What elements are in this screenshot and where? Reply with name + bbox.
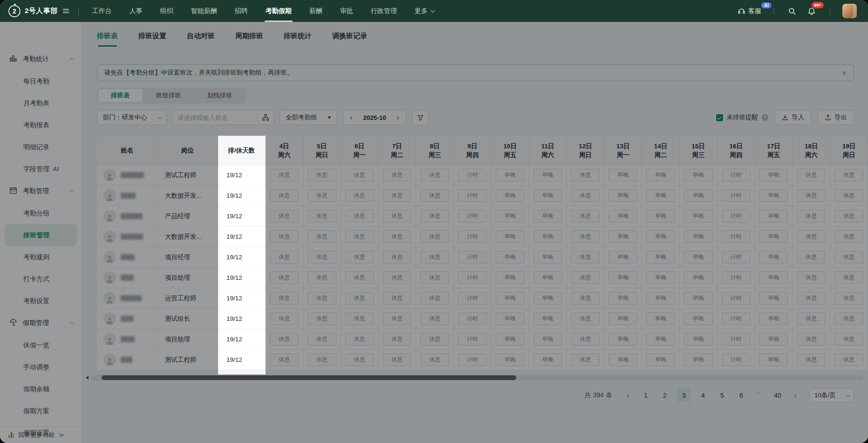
nav-item-label: 智能薪酬 xyxy=(191,7,217,15)
search-button[interactable] xyxy=(786,5,798,17)
divider xyxy=(773,7,774,15)
nav-item-label: 行政管理 xyxy=(371,7,397,15)
dim-overlay xyxy=(0,22,868,136)
shift-rest-ratio-cell: 19/12 xyxy=(218,309,266,329)
shift-rest-ratio-cell: 19/12 xyxy=(218,227,266,247)
customer-service-button[interactable]: 客服 AI xyxy=(738,7,761,15)
dim-overlay xyxy=(266,136,868,374)
stopwatch-logo-icon: 2 xyxy=(8,5,21,17)
nav-item-label: 工作台 xyxy=(92,7,112,15)
nav-item-organization[interactable]: 组织 xyxy=(151,0,182,22)
nav-item-hr[interactable]: 人事 xyxy=(121,0,151,22)
shift-rest-ratio-cell: 19/12 xyxy=(218,350,266,370)
nav-item-smart-payroll[interactable]: 智能薪酬 xyxy=(182,0,226,22)
nav-item-admin-management[interactable]: 行政管理 xyxy=(362,0,406,22)
shift-rest-ratio-cell: 19/12 xyxy=(218,186,266,206)
nav-item-attendance-leave[interactable]: 考勤假期 xyxy=(257,0,301,22)
ai-badge: AI xyxy=(761,2,772,8)
top-navbar: 2 2号人事部 工作台人事组织智能薪酬招聘考勤假期薪酬审批行政管理更多 客服 A… xyxy=(0,0,868,22)
col-header-shift-rest-days: 排/休天数 xyxy=(218,136,266,165)
nav-item-label: 审批 xyxy=(340,7,353,15)
notifications-button[interactable]: 99+ xyxy=(806,5,818,17)
dim-overlay xyxy=(0,136,218,374)
primary-nav: 工作台人事组织智能薪酬招聘考勤假期薪酬审批行政管理更多 xyxy=(83,0,443,22)
org-switcher-icon[interactable] xyxy=(63,9,69,13)
shift-rest-ratio-cell: 19/12 xyxy=(218,165,266,186)
notification-count-badge: 99+ xyxy=(811,1,824,9)
nav-item-label: 考勤假期 xyxy=(266,7,292,15)
nav-item-label: 招聘 xyxy=(235,7,248,15)
shift-rest-ratio-cell: 19/12 xyxy=(218,288,266,309)
shift-rest-ratio-cell: 19/12 xyxy=(218,247,266,268)
shift-rest-ratio-cell: 19/12 xyxy=(218,206,266,227)
user-avatar[interactable] xyxy=(842,4,857,18)
nav-item-label: 组织 xyxy=(160,7,173,15)
nav-item-recruiting[interactable]: 招聘 xyxy=(226,0,257,22)
app-window: 2 2号人事部 工作台人事组织智能薪酬招聘考勤假期薪酬审批行政管理更多 客服 A… xyxy=(0,0,868,443)
customer-service-label: 客服 xyxy=(748,7,761,15)
nav-item-label: 人事 xyxy=(130,7,143,15)
navbar-right: 客服 AI 99+ xyxy=(738,4,860,18)
brand[interactable]: 2 2号人事部 xyxy=(8,5,69,17)
headset-icon xyxy=(738,7,745,15)
shift-rest-ratio-cell: 19/12 xyxy=(218,329,266,350)
nav-item-label: 薪酬 xyxy=(309,7,322,15)
nav-item-more[interactable]: 更多 xyxy=(406,0,443,22)
dim-overlay xyxy=(0,374,868,443)
search-icon xyxy=(788,7,796,15)
divider xyxy=(78,7,79,15)
nav-item-payroll[interactable]: 薪酬 xyxy=(301,0,331,22)
brand-name: 2号人事部 xyxy=(25,7,58,15)
divider xyxy=(830,7,830,15)
chevron-down-icon xyxy=(431,8,435,13)
nav-item-label: 更多 xyxy=(415,7,428,15)
nav-item-approval[interactable]: 审批 xyxy=(331,0,362,22)
shift-rest-ratio-cell: 19/12 xyxy=(218,268,266,288)
nav-item-workbench[interactable]: 工作台 xyxy=(83,0,121,22)
